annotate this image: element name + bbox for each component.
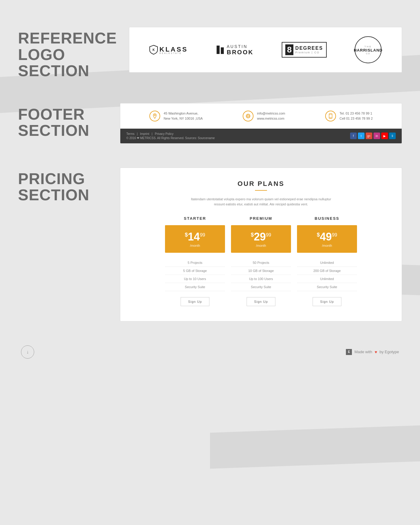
terms-link[interactable]: Terms [126,132,134,136]
klass-logo: K KLASS REALESTATE [149,45,188,55]
feature-item: Unlimited [297,275,357,283]
brand-text: by Egotype [380,350,399,354]
feature-item: Security Suite [297,283,357,291]
logo-container: K KLASS REALESTATE AUSTIN BROOK [129,27,402,73]
feature-item: Security Suite [231,283,291,291]
degrees-main-text: DEGREES [295,46,323,51]
youtube-icon[interactable]: ▶ [381,133,388,139]
email-text: info@metricss.com www.metricss.com [257,111,285,121]
degrees-sub-text: Premium | CO [295,51,323,54]
footer-address: 45 Washington Avenue, New York, NY 10016… [149,111,203,121]
svg-text:K: K [152,48,155,52]
austin-text: AUSTIN [227,44,254,49]
austin-brook-logo: AUSTIN BROOK [216,44,254,56]
premium-price: $2999 [234,231,288,243]
pricing-plans: STARTER $1499 /month 5 Projects 5 GB of … [129,216,393,306]
starter-signup-button[interactable]: Sign Up [181,297,209,306]
footer-top: 45 Washington Avenue, New York, NY 10016… [120,103,402,129]
harrisland-co: CO [366,52,370,55]
premium-signup-button[interactable]: Sign Up [247,297,275,306]
address-text: 45 Washington Avenue, New York, NY 10016… [164,111,203,121]
business-plan: BUSINESS $4999 /month Unlimited 200 GB o… [297,216,357,306]
svg-point-3 [154,115,155,116]
reference-logo-label: REFERENCE LOGO SECTION [18,30,117,79]
twitter-icon[interactable]: t [358,133,364,139]
location-icon [149,111,160,121]
footer-section: FOOTER SECTION 45 Washington A [18,103,402,144]
business-period: /month [300,244,354,247]
footer-container: 45 Washington Avenue, New York, NY 10016… [120,103,402,144]
premium-plan: PREMIUM $2999 /month 50 Projects 10 GB o… [231,216,291,306]
pricing-section: PRICING SECTION OUR PLANS Itatendam uten… [18,168,402,321]
harrisland-logo: THE HARRISLAND CO [355,36,382,63]
footer-links[interactable]: Terms | Imprint | Privacy Policy [126,132,215,136]
footer-copyright: © 2016 ❤ METRICSS. All Rights Reserved. … [126,136,215,140]
premium-price-box: $2999 /month [231,225,291,253]
pricing-title: OUR PLANS [129,180,393,188]
degrees-logo: 8 DEGREES Premium | CO [282,42,327,58]
facebook-icon[interactable]: f [350,133,357,139]
instagram-icon[interactable]: in [374,133,380,139]
feature-item: 5 Projects [165,259,225,267]
scroll-down-icon: ↓ [26,349,29,355]
starter-price: $1499 [168,231,222,243]
degrees-number: 8 [285,44,294,55]
feature-item: 50 Projects [231,259,291,267]
footer-phone: Tel. 01 23 456 78 99 1 Cell 01 23 456 78… [325,111,373,121]
globe-icon [243,111,254,121]
googleplus-icon[interactable]: g+ [366,133,372,139]
reference-logo-section: REFERENCE LOGO SECTION K KLASS REALESTAT… [18,27,402,79]
starter-plan: STARTER $1499 /month 5 Projects 5 GB of … [165,216,225,306]
footer-email: info@metricss.com www.metricss.com [243,111,285,121]
pricing-underline [255,190,267,191]
footer-bottom-bar: Terms | Imprint | Privacy Policy © 2016 … [120,129,402,143]
starter-features: 5 Projects 5 GB of Storage Up to 10 User… [165,259,225,291]
pricing-description: Itatendam utentotatiat volupta expero ma… [186,197,336,207]
made-with-text: Made with [354,350,372,354]
feature-item: Up to 10 Users [165,275,225,283]
pricing-container: OUR PLANS Itatendam utentotatiat volupta… [120,168,402,321]
starter-period: /month [168,244,222,247]
svg-point-10 [330,118,331,118]
harrisland-the: THE [364,45,372,48]
feature-item: 5 GB of Storage [165,267,225,275]
business-price: $4999 [300,231,354,243]
business-features: Unlimited 200 GB of Storage Unlimited Se… [297,259,357,291]
premium-period: /month [234,244,288,247]
social-icons: f t g+ in ▶ li [350,133,396,139]
bottom-row: ↓ E Made with ♥ by Egotype [18,345,402,359]
premium-plan-name: PREMIUM [231,216,291,221]
privacy-link[interactable]: Privacy Policy [155,132,173,136]
business-price-box: $4999 /month [297,225,357,253]
feature-item: Up to 100 Users [231,275,291,283]
feature-item: 200 GB of Storage [297,267,357,275]
phone-icon [325,111,336,121]
scroll-down-button[interactable]: ↓ [21,345,34,359]
business-plan-name: BUSINESS [297,216,357,221]
made-with-section: E Made with ♥ by Egotype [346,349,399,355]
pricing-label: PRICING SECTION [18,171,108,203]
business-signup-button[interactable]: Sign Up [313,297,341,306]
feature-item: 10 GB of Storage [231,267,291,275]
brook-text: BROOK [227,49,254,56]
imprint-link[interactable]: Imprint [140,132,149,136]
egotype-logo-icon: E [346,349,352,355]
starter-price-box: $1499 /month [165,225,225,253]
phone-text: Tel. 01 23 456 78 99 1 Cell 01 23 456 78… [340,111,373,121]
harrisland-main: HARRISLAND [354,48,382,52]
linkedin-icon[interactable]: li [389,133,396,139]
svg-rect-1 [217,46,220,54]
svg-rect-2 [221,47,224,54]
feature-item: Security Suite [165,283,225,291]
heart-icon: ♥ [375,350,377,354]
footer-label: FOOTER SECTION [18,106,108,139]
starter-plan-name: STARTER [165,216,225,221]
feature-item: Unlimited [297,259,357,267]
premium-features: 50 Projects 10 GB of Storage Up to 100 U… [231,259,291,291]
